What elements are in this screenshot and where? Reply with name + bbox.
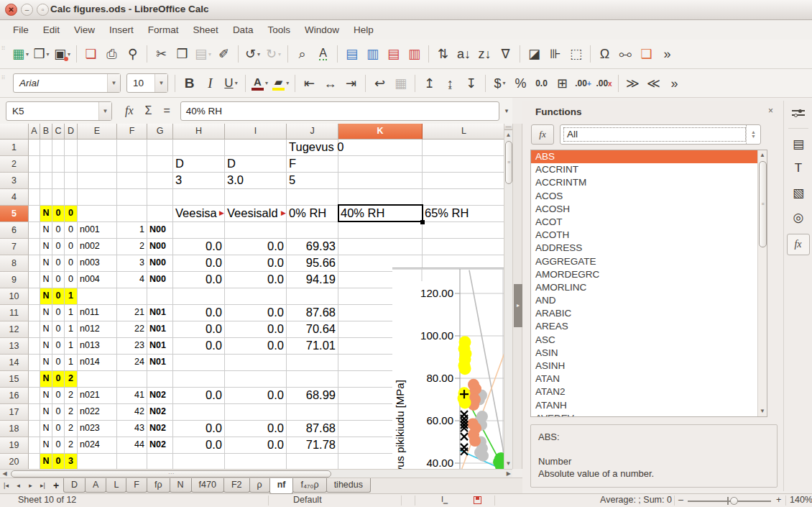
- font-size-combo[interactable]: 10 ▼: [126, 73, 168, 93]
- cell-E20[interactable]: [78, 454, 117, 469]
- sheet-tab-N[interactable]: N: [170, 478, 192, 493]
- highlight-color-button[interactable]: ▰▾: [271, 73, 290, 94]
- cell-H20[interactable]: [173, 454, 225, 469]
- sheet-tab-nf[interactable]: nf: [269, 478, 294, 494]
- cell-J3[interactable]: 5: [287, 173, 338, 189]
- cell-D15[interactable]: 2: [65, 371, 78, 388]
- cell-B6[interactable]: N: [40, 222, 52, 239]
- cell-J18[interactable]: 87.68: [287, 421, 338, 437]
- sheet-tab-D[interactable]: D: [63, 478, 86, 493]
- insert-mode-icon[interactable]: I‗: [441, 495, 448, 503]
- print-preview-button[interactable]: ⚲: [123, 43, 142, 65]
- cell-B13[interactable]: N: [40, 338, 52, 355]
- cell-C13[interactable]: 0: [52, 338, 65, 355]
- sheet-tab-fρ[interactable]: fρ: [147, 478, 170, 493]
- cell-A11[interactable]: [29, 305, 40, 321]
- cell-L2[interactable]: [423, 156, 504, 173]
- cell-E15[interactable]: [78, 371, 117, 388]
- cell-A16[interactable]: [29, 388, 40, 404]
- cell-A10[interactable]: [29, 288, 40, 305]
- cell-F3[interactable]: [117, 173, 147, 189]
- toolbar-grip-icon[interactable]: ⁞⁞: [1, 75, 9, 92]
- cell-I16[interactable]: 0.0: [225, 388, 287, 404]
- cell-A9[interactable]: [29, 272, 40, 288]
- cell-G7[interactable]: N00: [147, 239, 173, 255]
- cell-G19[interactable]: N02: [147, 437, 173, 454]
- cell-C12[interactable]: 0: [52, 321, 65, 338]
- cell-D13[interactable]: 1: [65, 338, 78, 355]
- cell-E18[interactable]: n023: [78, 421, 117, 437]
- cell-C8[interactable]: 0: [52, 255, 65, 272]
- cell-J15[interactable]: [287, 371, 338, 388]
- menu-item-insert[interactable]: Insert: [102, 21, 141, 40]
- cell-B5[interactable]: N: [40, 206, 52, 222]
- cell-F10[interactable]: [117, 288, 147, 305]
- cell-E3[interactable]: [78, 173, 117, 189]
- sheet-tab-f₄₇₀ρ[interactable]: f₄₇₀ρ: [292, 478, 326, 493]
- cell-A17[interactable]: [29, 404, 40, 421]
- scroll-up-icon[interactable]: ▲: [504, 130, 512, 140]
- cell-C3[interactable]: [52, 173, 65, 189]
- menu-item-edit[interactable]: Edit: [36, 21, 67, 40]
- cell-J16[interactable]: 68.99: [287, 388, 338, 404]
- row-header-2[interactable]: 2: [0, 156, 29, 173]
- cell-E8[interactable]: n003: [78, 255, 117, 272]
- cell-C7[interactable]: 0: [52, 239, 65, 255]
- menu-item-window[interactable]: Window: [297, 21, 346, 40]
- menu-item-file[interactable]: File: [6, 21, 36, 40]
- cell-E13[interactable]: n013: [78, 338, 117, 355]
- cell-F13[interactable]: 23: [117, 338, 147, 355]
- cell-F18[interactable]: 43: [117, 421, 147, 437]
- function-item-abs[interactable]: ABS: [531, 150, 767, 163]
- autofilter-button[interactable]: ∇: [496, 43, 515, 65]
- split-window-handle[interactable]: —: [504, 124, 512, 130]
- cell-F19[interactable]: 44: [117, 437, 147, 454]
- cell-I11[interactable]: 0.0: [225, 305, 287, 321]
- insert-row-above-button[interactable]: ▤: [342, 43, 361, 65]
- cell-F16[interactable]: 41: [117, 388, 147, 404]
- cell-I8[interactable]: 0.0: [225, 255, 287, 272]
- cell-J4[interactable]: [287, 189, 338, 206]
- cell-E17[interactable]: n022: [78, 404, 117, 421]
- cell-D11[interactable]: 1: [65, 305, 78, 321]
- row-header-15[interactable]: 15: [0, 371, 29, 388]
- column-header-j[interactable]: J: [287, 124, 338, 140]
- cell-G13[interactable]: N01: [147, 338, 173, 355]
- cell-G16[interactable]: N02: [147, 388, 173, 404]
- function-item-aggregate[interactable]: AGGREGATE: [531, 255, 767, 268]
- draw-functions-button[interactable]: ⬚: [566, 43, 586, 65]
- cell-C16[interactable]: 0: [52, 388, 65, 404]
- cell-C6[interactable]: 0: [52, 222, 65, 239]
- function-item-atan[interactable]: ATAN: [531, 373, 767, 385]
- cell-J6[interactable]: [287, 222, 338, 239]
- cell-E6[interactable]: n001: [78, 222, 117, 239]
- cell-D17[interactable]: 2: [65, 404, 78, 421]
- row-header-8[interactable]: 8: [0, 255, 29, 272]
- date-format-button[interactable]: ⊞: [553, 73, 572, 94]
- cell-E11[interactable]: n011: [78, 305, 117, 321]
- chevron-down-icon[interactable]: ▾: [235, 80, 238, 86]
- cell-F14[interactable]: 24: [117, 355, 147, 371]
- percent-button[interactable]: %: [511, 73, 530, 94]
- comment-button[interactable]: ❑: [637, 43, 656, 65]
- row-header-1[interactable]: 1: [0, 140, 29, 156]
- previous-sheet-button[interactable]: ◂: [12, 478, 24, 493]
- cell-F15[interactable]: [117, 371, 147, 388]
- cell-I14[interactable]: [225, 355, 287, 371]
- scroll-up-icon[interactable]: ▲: [758, 150, 767, 160]
- cell-A8[interactable]: [29, 255, 40, 272]
- cell-B17[interactable]: N: [40, 404, 52, 421]
- function-item-amordegrc[interactable]: AMORDEGRC: [531, 268, 767, 281]
- cell-I15[interactable]: [225, 371, 287, 388]
- cell-B16[interactable]: N: [40, 388, 52, 404]
- column-header-l[interactable]: L: [423, 124, 504, 140]
- cell-B11[interactable]: N: [40, 305, 52, 321]
- increase-indent-button[interactable]: ≫: [623, 73, 642, 94]
- redo-button[interactable]: ↻▾: [264, 43, 283, 65]
- cell-H1[interactable]: [173, 140, 225, 156]
- cell-F7[interactable]: 2: [117, 239, 147, 255]
- sheet-tab-L[interactable]: L: [106, 478, 126, 493]
- cell-K2[interactable]: [338, 156, 423, 173]
- cell-A20[interactable]: [29, 454, 40, 469]
- cell-I13[interactable]: 0.0: [225, 338, 287, 355]
